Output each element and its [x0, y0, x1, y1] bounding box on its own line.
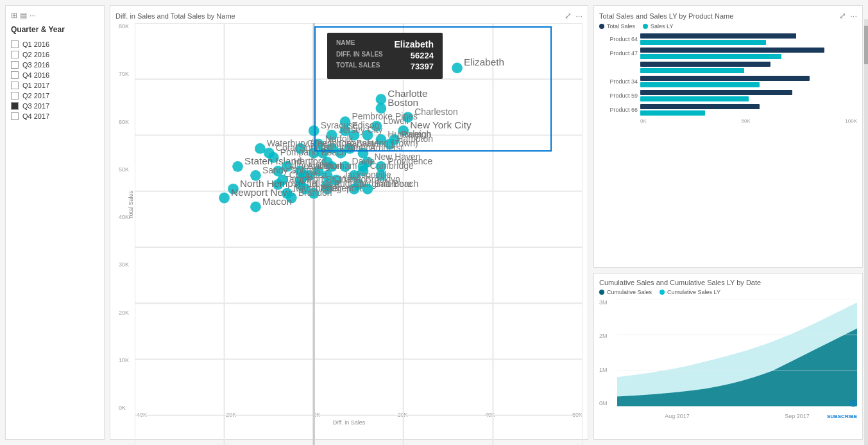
area-legend: Cumulative SalesCumulative Sales LY [599, 289, 857, 295]
area-chart-title: Cumulative Sales and Cumulative Sales LY… [599, 279, 761, 286]
bar-chart-rows: Product 64Product 47Product 34Product 59… [599, 33, 857, 116]
bar-legend-dot-0 [599, 24, 604, 29]
scatter-area: 80K70K60K50K40K30K20K10K0K -40K-20K0K20K… [115, 23, 583, 427]
scatter-label-dense-58: Brandon [298, 188, 332, 198]
bar-scrollbar[interactable] [864, 19, 868, 445]
scatter-point-59[interactable] [250, 202, 261, 213]
slicer-item-2[interactable]: Q3 2016 [11, 60, 99, 70]
slicer-checkbox-2[interactable] [11, 61, 19, 69]
bar-row-bars-3 [640, 76, 857, 87]
slicer-item-0[interactable]: Q1 2016 [11, 39, 99, 49]
bar-row-label-5: Product 66 [599, 107, 638, 113]
bar-row-2 [599, 62, 857, 73]
area-legend-item-1: Cumulative Sales LY [660, 289, 720, 295]
slicer-label-0: Q1 2016 [22, 40, 49, 48]
slicer-checkbox-7[interactable] [11, 112, 19, 120]
bar-chart-controls: ⤢ ··· [839, 11, 857, 21]
scatter-point-57[interactable] [219, 193, 230, 204]
slicer-items-container: Q1 2016Q2 2016Q3 2016Q4 2016Q1 2017Q2 20… [11, 39, 99, 121]
bar-salesly-5 [640, 110, 705, 116]
bar-total-3 [640, 76, 810, 81]
more-options-icon[interactable]: ··· [575, 11, 583, 21]
scatter-svg: BostonElizabethCharlotteNew York CitySta… [135, 23, 583, 445]
area-legend-item-0: Cumulative Sales [599, 289, 652, 295]
right-panels: Total Sales and Sales LY by Product Name… [593, 5, 863, 440]
bar-row-label-0: Product 64 [599, 36, 638, 42]
slicer-title: Quarter & Year [11, 25, 99, 34]
scatter-point-28[interactable] [232, 161, 243, 172]
slicer-checkbox-4[interactable] [11, 82, 19, 89]
bar-total-0 [640, 33, 796, 39]
slicer-label-7: Q4 2017 [22, 112, 49, 120]
bar-row-label-1: Product 47 [599, 50, 638, 57]
slicer-item-1[interactable]: Q2 2016 [11, 49, 99, 60]
slicer-label-2: Q3 2016 [22, 61, 49, 69]
bar-salesly-4 [640, 96, 749, 101]
bar-row-bars-1 [640, 48, 857, 59]
bar-x-axis: 0K50K100K [599, 118, 857, 124]
slicer-icons: ⊞ ▤ ··· [11, 11, 36, 20]
bar-salesly-0 [640, 40, 766, 45]
chart-logo: ◎ [849, 397, 857, 408]
bar-legend-item-1: Sales LY [643, 23, 673, 30]
expand-icon[interactable]: ⤢ [565, 11, 572, 21]
bar-salesly-2 [640, 68, 744, 73]
bar-salesly-3 [640, 82, 760, 87]
area-chart-body: 3M2M1M0M Aug 2017Sep 2017 SUBSCRIBE ◎ [599, 299, 857, 419]
bar-legend-item-0: Total Sales [599, 23, 635, 30]
scatter-label-59: Macon [262, 196, 292, 207]
bar-total-4 [640, 90, 792, 95]
slicer-checkbox-5[interactable] [11, 92, 19, 100]
bar-row-0: Product 64 [599, 33, 857, 45]
bar-legend: Total SalesSales LY [599, 23, 857, 30]
slicer-item-7[interactable]: Q4 2017 [11, 111, 99, 121]
area-x-labels: Aug 2017Sep 2017 [617, 413, 857, 419]
area-legend-dot-1 [660, 290, 665, 295]
bar-row-label-3: Product 34 [599, 78, 638, 85]
slicer-label-1: Q2 2016 [22, 51, 49, 58]
scatter-chart-controls: ⤢ ··· [565, 11, 583, 21]
slicer-item-3[interactable]: Q4 2016 [11, 70, 99, 80]
x-axis-label: Diff. in Sales [333, 419, 365, 426]
scatter-chart-title: Diff. in Sales and Total Sales by Name [115, 12, 235, 20]
bar-expand-icon[interactable]: ⤢ [839, 11, 846, 21]
bar-row-bars-0 [640, 33, 857, 45]
scatter-label-2: Charlotte [387, 88, 427, 99]
slicer-checkbox-0[interactable] [11, 40, 19, 48]
area-y-labels: 3M2M1M0M [599, 299, 615, 406]
bar-row-1: Product 47 [599, 48, 857, 59]
scrollbar-thumb[interactable] [864, 26, 868, 64]
scatter-chart-header: Diff. in Sales and Total Sales by Name ⤢… [115, 11, 583, 21]
bar-row-4: Product 59 [599, 90, 857, 101]
slicer-checkbox-3[interactable] [11, 71, 19, 79]
bar-total-1 [640, 48, 824, 53]
bar-legend-label-1: Sales LY [651, 23, 673, 30]
bar-row-bars-2 [640, 62, 857, 73]
bar-chart-title: Total Sales and Sales LY by Product Name [599, 12, 733, 20]
scatter-label-dense-54: Baltimore [374, 179, 412, 189]
slicer-panel: ⊞ ▤ ··· Quarter & Year Q1 2016Q2 2016Q3 … [5, 5, 105, 440]
subscribe-button[interactable]: SUBSCRIBE [827, 414, 857, 419]
scatter-label-1: Elizabeth [464, 57, 504, 67]
slicer-item-6[interactable]: Q3 2017 [11, 101, 99, 111]
slicer-checkbox-6[interactable] [11, 102, 19, 110]
bar-row-label-4: Product 59 [599, 92, 638, 99]
list-icon: ▤ [20, 11, 27, 20]
area-svg [617, 299, 857, 406]
bar-row-3: Product 34 [599, 76, 857, 87]
scatter-point-5[interactable] [309, 125, 319, 136]
bar-salesly-1 [640, 54, 781, 59]
bar-total-2 [640, 62, 770, 67]
bar-legend-label-0: Total Sales [607, 23, 635, 30]
slicer-label-6: Q3 2017 [22, 102, 49, 110]
scatter-point-2[interactable] [376, 94, 387, 105]
slicer-item-4[interactable]: Q1 2017 [11, 80, 99, 91]
slicer-item-5[interactable]: Q2 2017 [11, 91, 99, 101]
slicer-checkbox-1[interactable] [11, 51, 19, 58]
bar-more-icon[interactable]: ··· [850, 11, 857, 21]
slicer-label-3: Q4 2016 [22, 71, 49, 79]
more-icon[interactable]: ··· [30, 11, 36, 20]
scatter-point-1[interactable] [452, 62, 463, 73]
area-legend-dot-0 [599, 290, 604, 295]
scatter-label-dense-4: Charleston [414, 107, 457, 117]
